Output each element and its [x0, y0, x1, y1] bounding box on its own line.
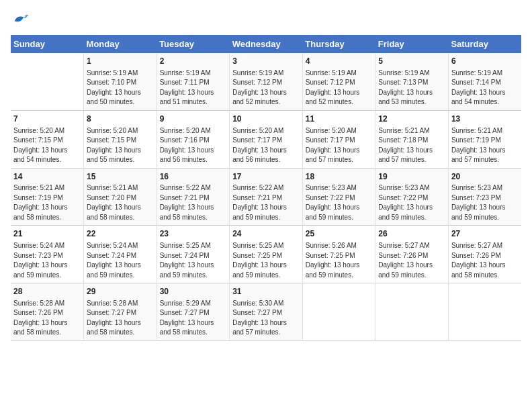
weekday-saturday: Saturday [448, 35, 521, 53]
day-content: Sunrise: 5:20 AM Sunset: 7:17 PM Dayligh… [306, 126, 373, 165]
day-number: 19 [378, 171, 445, 183]
logo [11, 11, 32, 30]
day-content: Sunrise: 5:21 AM Sunset: 7:19 PM Dayligh… [451, 126, 519, 165]
day-content: Sunrise: 5:23 AM Sunset: 7:22 PM Dayligh… [306, 183, 373, 222]
day-number: 3 [232, 56, 300, 67]
day-content: Sunrise: 5:25 AM Sunset: 7:25 PM Dayligh… [232, 241, 300, 280]
day-number: 10 [232, 113, 300, 125]
day-content: Sunrise: 5:28 AM Sunset: 7:26 PM Dayligh… [13, 299, 81, 338]
calendar-cell: 25Sunrise: 5:26 AM Sunset: 7:25 PM Dayli… [302, 226, 375, 283]
day-number: 12 [378, 113, 445, 125]
page-header [11, 11, 521, 30]
calendar-cell: 21Sunrise: 5:24 AM Sunset: 7:23 PM Dayli… [11, 226, 84, 283]
day-content: Sunrise: 5:23 AM Sunset: 7:23 PM Dayligh… [451, 183, 519, 222]
day-number: 28 [13, 286, 81, 298]
calendar-cell: 8Sunrise: 5:20 AM Sunset: 7:15 PM Daylig… [84, 110, 157, 168]
calendar-cell: 29Sunrise: 5:28 AM Sunset: 7:27 PM Dayli… [84, 283, 157, 341]
weekday-wednesday: Wednesday [230, 35, 303, 53]
day-number: 21 [13, 228, 81, 240]
calendar-cell: 28Sunrise: 5:28 AM Sunset: 7:26 PM Dayli… [11, 283, 84, 341]
day-content: Sunrise: 5:27 AM Sunset: 7:26 PM Dayligh… [451, 241, 519, 280]
weekday-monday: Monday [84, 35, 157, 53]
calendar-cell: 4Sunrise: 5:19 AM Sunset: 7:12 PM Daylig… [302, 53, 375, 110]
calendar-cell: 3Sunrise: 5:19 AM Sunset: 7:12 PM Daylig… [230, 53, 303, 110]
day-content: Sunrise: 5:22 AM Sunset: 7:21 PM Dayligh… [160, 183, 227, 222]
day-number: 4 [306, 56, 373, 67]
day-number: 9 [160, 113, 227, 125]
day-number: 7 [13, 113, 81, 125]
calendar-cell [11, 53, 84, 110]
calendar-cell: 5Sunrise: 5:19 AM Sunset: 7:13 PM Daylig… [375, 53, 449, 110]
calendar-cell: 30Sunrise: 5:29 AM Sunset: 7:27 PM Dayli… [157, 283, 230, 341]
calendar-cell: 24Sunrise: 5:25 AM Sunset: 7:25 PM Dayli… [230, 226, 303, 283]
day-number: 17 [232, 171, 300, 183]
day-content: Sunrise: 5:20 AM Sunset: 7:17 PM Dayligh… [232, 126, 300, 165]
day-content: Sunrise: 5:19 AM Sunset: 7:13 PM Dayligh… [378, 68, 445, 107]
weekday-thursday: Thursday [302, 35, 375, 53]
calendar-cell: 20Sunrise: 5:23 AM Sunset: 7:23 PM Dayli… [448, 168, 521, 226]
day-content: Sunrise: 5:19 AM Sunset: 7:14 PM Dayligh… [451, 68, 519, 107]
day-content: Sunrise: 5:19 AM Sunset: 7:11 PM Dayligh… [160, 68, 227, 107]
day-number: 1 [87, 56, 154, 67]
calendar-week-row: 14Sunrise: 5:21 AM Sunset: 7:19 PM Dayli… [11, 168, 521, 226]
day-number: 31 [232, 286, 300, 298]
day-number: 5 [378, 56, 445, 67]
calendar-cell: 12Sunrise: 5:21 AM Sunset: 7:18 PM Dayli… [375, 110, 449, 168]
calendar-week-row: 7Sunrise: 5:20 AM Sunset: 7:15 PM Daylig… [11, 110, 521, 168]
calendar-table: SundayMondayTuesdayWednesdayThursdayFrid… [11, 35, 521, 341]
calendar-cell: 11Sunrise: 5:20 AM Sunset: 7:17 PM Dayli… [302, 110, 375, 168]
day-number: 24 [232, 228, 300, 240]
calendar-cell: 23Sunrise: 5:25 AM Sunset: 7:24 PM Dayli… [157, 226, 230, 283]
day-content: Sunrise: 5:19 AM Sunset: 7:12 PM Dayligh… [306, 68, 373, 107]
day-number: 23 [160, 228, 227, 240]
calendar-cell: 18Sunrise: 5:23 AM Sunset: 7:22 PM Dayli… [302, 168, 375, 226]
day-content: Sunrise: 5:26 AM Sunset: 7:25 PM Dayligh… [306, 241, 373, 280]
day-number: 8 [87, 113, 154, 125]
day-number: 22 [87, 228, 154, 240]
day-content: Sunrise: 5:21 AM Sunset: 7:19 PM Dayligh… [13, 183, 81, 222]
day-content: Sunrise: 5:21 AM Sunset: 7:18 PM Dayligh… [378, 126, 445, 165]
day-number: 25 [306, 228, 373, 240]
day-content: Sunrise: 5:20 AM Sunset: 7:15 PM Dayligh… [87, 126, 154, 165]
day-number: 6 [451, 56, 519, 67]
calendar-body: 1Sunrise: 5:19 AM Sunset: 7:10 PM Daylig… [11, 53, 521, 340]
calendar-cell [448, 283, 521, 341]
day-content: Sunrise: 5:28 AM Sunset: 7:27 PM Dayligh… [87, 299, 154, 338]
day-content: Sunrise: 5:21 AM Sunset: 7:20 PM Dayligh… [87, 183, 154, 222]
day-number: 29 [87, 286, 154, 298]
calendar-week-row: 28Sunrise: 5:28 AM Sunset: 7:26 PM Dayli… [11, 283, 521, 341]
calendar-cell: 26Sunrise: 5:27 AM Sunset: 7:26 PM Dayli… [375, 226, 449, 283]
calendar-cell: 27Sunrise: 5:27 AM Sunset: 7:26 PM Dayli… [448, 226, 521, 283]
calendar-cell [375, 283, 449, 341]
day-number: 2 [160, 56, 227, 67]
day-content: Sunrise: 5:22 AM Sunset: 7:21 PM Dayligh… [232, 183, 300, 222]
calendar-cell: 16Sunrise: 5:22 AM Sunset: 7:21 PM Dayli… [157, 168, 230, 226]
calendar-cell: 6Sunrise: 5:19 AM Sunset: 7:14 PM Daylig… [448, 53, 521, 110]
day-number: 15 [87, 171, 154, 183]
calendar-week-row: 1Sunrise: 5:19 AM Sunset: 7:10 PM Daylig… [11, 53, 521, 110]
calendar-cell: 14Sunrise: 5:21 AM Sunset: 7:19 PM Dayli… [11, 168, 84, 226]
weekday-tuesday: Tuesday [157, 35, 230, 53]
calendar-cell: 15Sunrise: 5:21 AM Sunset: 7:20 PM Dayli… [84, 168, 157, 226]
calendar-cell: 22Sunrise: 5:24 AM Sunset: 7:24 PM Dayli… [84, 226, 157, 283]
day-content: Sunrise: 5:20 AM Sunset: 7:15 PM Dayligh… [13, 126, 81, 165]
weekday-friday: Friday [375, 35, 449, 53]
calendar-cell: 31Sunrise: 5:30 AM Sunset: 7:27 PM Dayli… [230, 283, 303, 341]
logo-bird-icon [11, 11, 30, 30]
calendar-week-row: 21Sunrise: 5:24 AM Sunset: 7:23 PM Dayli… [11, 226, 521, 283]
calendar-cell: 2Sunrise: 5:19 AM Sunset: 7:11 PM Daylig… [157, 53, 230, 110]
day-content: Sunrise: 5:25 AM Sunset: 7:24 PM Dayligh… [160, 241, 227, 280]
day-content: Sunrise: 5:29 AM Sunset: 7:27 PM Dayligh… [160, 299, 227, 338]
day-number: 11 [306, 113, 373, 125]
day-content: Sunrise: 5:20 AM Sunset: 7:16 PM Dayligh… [160, 126, 227, 165]
day-number: 14 [13, 171, 81, 183]
day-content: Sunrise: 5:23 AM Sunset: 7:22 PM Dayligh… [378, 183, 445, 222]
weekday-sunday: Sunday [11, 35, 84, 53]
calendar-cell [302, 283, 375, 341]
day-number: 27 [451, 228, 519, 240]
calendar-cell: 7Sunrise: 5:20 AM Sunset: 7:15 PM Daylig… [11, 110, 84, 168]
day-number: 26 [378, 228, 445, 240]
day-number: 13 [451, 113, 519, 125]
day-number: 18 [306, 171, 373, 183]
day-number: 20 [451, 171, 519, 183]
